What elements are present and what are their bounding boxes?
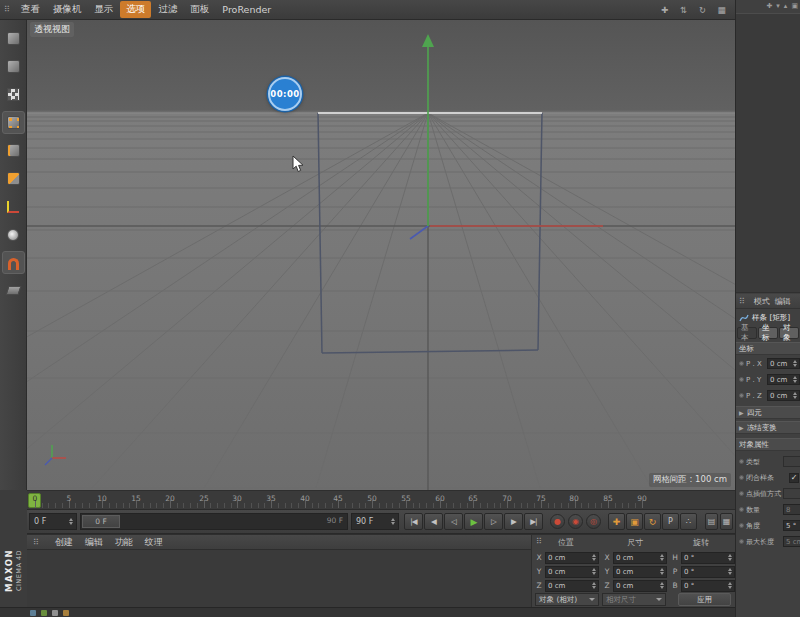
rotation-h-field[interactable]: 0 ° (681, 552, 735, 564)
timeline-key-mode-button[interactable]: ▦ (720, 513, 733, 530)
coordinates-section-header[interactable]: 坐标 (736, 342, 800, 355)
interpolation-select[interactable] (783, 488, 800, 499)
panel-collapse-icon[interactable]: ▾ (776, 2, 780, 10)
tab-coordinates[interactable]: 坐标 (758, 327, 778, 339)
enable-axis-icon[interactable] (2, 195, 25, 218)
record-keyframe-button[interactable]: ● (550, 514, 565, 529)
keyframe-dot[interactable] (739, 361, 744, 366)
menu-texture[interactable]: 纹理 (145, 536, 163, 549)
viewport-pan-icon[interactable]: ✚ (657, 3, 672, 16)
menu-prorender[interactable]: ProRender (216, 2, 277, 17)
keyframe-dot[interactable] (739, 459, 744, 464)
goto-end-button[interactable]: ▶| (524, 513, 543, 530)
grip-icon[interactable]: ⠿ (536, 537, 542, 546)
frame-stepper[interactable] (66, 518, 73, 526)
py-field[interactable]: 0 cm (767, 374, 800, 385)
rotation-p-field[interactable]: 0 ° (681, 566, 735, 578)
frame-stepper[interactable] (388, 518, 395, 526)
object-properties-header[interactable]: 对象属性 (736, 438, 800, 451)
grip-icon[interactable]: ⠿ (4, 5, 10, 14)
size-y-field[interactable]: 0 cm (613, 566, 667, 578)
apply-button[interactable]: 应用 (678, 593, 731, 606)
timeline-slider[interactable]: 0 F 90 F (80, 513, 348, 530)
key-pla-toggle[interactable]: ∴ (680, 513, 697, 530)
viewport-zoom-icon[interactable]: ⇅ (676, 3, 691, 16)
keyframe-dot[interactable] (739, 475, 744, 480)
menu-panel[interactable]: 面板 (184, 1, 215, 18)
object-manager-area[interactable] (736, 13, 800, 293)
viewport-switch-view-icon[interactable]: ▦ (714, 3, 729, 16)
perspective-viewport[interactable]: 透视视图 00:00 网格间距 : 100 cm (27, 20, 735, 490)
quaternion-section-header[interactable]: ▶ 四元 (736, 406, 800, 419)
viewport-rotate-icon[interactable]: ↻ (695, 3, 710, 16)
keyframe-dot[interactable] (739, 507, 744, 512)
size-mode-select[interactable]: 相对尺寸 (602, 593, 666, 606)
position-z-field[interactable]: 0 cm (545, 580, 599, 592)
menu-filter[interactable]: 过滤 (152, 1, 183, 18)
key-rotation-toggle[interactable]: ↻ (644, 513, 661, 530)
keyframe-dot[interactable] (739, 491, 744, 496)
tab-basic[interactable]: 基本 (737, 327, 757, 339)
position-x-field[interactable]: 0 cm (545, 552, 599, 564)
key-scale-toggle[interactable]: ▣ (626, 513, 643, 530)
point-mode-icon[interactable] (2, 111, 25, 134)
next-frame-button[interactable]: ▷ (484, 513, 503, 530)
type-select[interactable] (783, 456, 800, 467)
keyframe-dot[interactable] (739, 377, 744, 382)
keyframe-dot[interactable] (739, 523, 744, 528)
tab-object[interactable]: 对象 (779, 327, 799, 339)
close-spline-checkbox[interactable]: ✓ (789, 473, 799, 483)
keyframe-dot[interactable] (739, 539, 744, 544)
make-editable-icon[interactable] (2, 27, 25, 50)
model-mode-icon[interactable] (2, 55, 25, 78)
max-length-field[interactable]: 5 cm (783, 536, 800, 547)
menu-mode[interactable]: 模式 (754, 296, 770, 307)
px-field[interactable]: 0 cm (767, 358, 800, 369)
rotation-b-field[interactable]: 0 ° (681, 580, 735, 592)
menu-camera[interactable]: 摄像机 (47, 1, 88, 18)
position-y-field[interactable]: 0 cm (545, 566, 599, 578)
freeze-section-header[interactable]: ▶ 冻结变换 (736, 421, 800, 434)
enable-snap-icon[interactable] (2, 251, 25, 274)
slider-handle[interactable]: 0 F (82, 515, 120, 528)
angle-field[interactable]: 5 ° (783, 520, 800, 531)
prev-key-button[interactable]: ◀ (424, 513, 443, 530)
autokey-button[interactable]: ◉ (568, 514, 583, 529)
menu-function[interactable]: 功能 (115, 536, 133, 549)
size-x-field[interactable]: 0 cm (613, 552, 667, 564)
viewport-title[interactable]: 透视视图 (30, 22, 74, 37)
key-parameter-toggle[interactable]: P (662, 513, 679, 530)
workplane-icon[interactable] (2, 279, 25, 302)
timeline-ruler-mode-button[interactable]: ▤ (705, 513, 718, 530)
menu-edit[interactable]: 编辑 (85, 536, 103, 549)
menu-display[interactable]: 显示 (88, 1, 119, 18)
grip-icon[interactable]: ⠿ (739, 297, 745, 306)
next-key-button[interactable]: ▶ (504, 513, 523, 530)
timeline-ruler[interactable]: 0 5 10 15 20 25 30 35 40 45 50 55 60 65 … (27, 490, 735, 510)
panel-float-icon[interactable]: ▣ (791, 2, 798, 10)
size-z-field[interactable]: 0 cm (613, 580, 667, 592)
key-position-toggle[interactable]: ✚ (608, 513, 625, 530)
edge-mode-icon[interactable] (2, 139, 25, 162)
panel-move-icon[interactable]: ✚ (766, 2, 772, 10)
maxon-logo: MAXON (4, 549, 14, 592)
current-frame-field[interactable]: 0 F (29, 513, 77, 530)
pz-field[interactable]: 0 cm (767, 390, 800, 401)
menu-edit[interactable]: 编辑 (775, 296, 791, 307)
coordinate-mode-select[interactable]: 对象 (相对) (535, 593, 599, 606)
menu-view[interactable]: 查看 (15, 1, 46, 18)
texture-mode-icon[interactable] (2, 83, 25, 106)
goto-start-button[interactable]: |◀ (404, 513, 423, 530)
prev-frame-button[interactable]: ◁ (444, 513, 463, 530)
grip-icon[interactable]: ⠿ (33, 538, 39, 547)
play-button[interactable]: ▶ (464, 513, 483, 530)
end-frame-field[interactable]: 90 F (351, 513, 399, 530)
menu-options[interactable]: 选项 (120, 1, 151, 18)
polygon-mode-icon[interactable] (2, 167, 25, 190)
menu-create[interactable]: 创建 (55, 536, 73, 549)
number-field[interactable]: 8 (783, 504, 800, 515)
panel-expand-icon[interactable]: ▴ (784, 2, 788, 10)
viewport-solo-icon[interactable] (2, 223, 25, 246)
keyframe-selection-button[interactable]: ◎ (586, 514, 601, 529)
keyframe-dot[interactable] (739, 393, 744, 398)
